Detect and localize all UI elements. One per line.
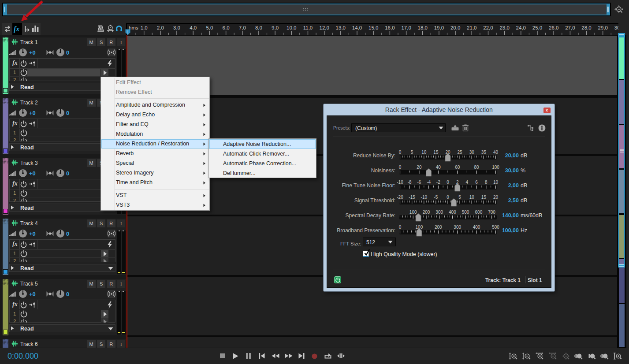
- svg-text:8: 8: [485, 180, 488, 185]
- svg-text:100: 100: [409, 210, 417, 215]
- svg-text:8,0: 8,0: [255, 25, 262, 30]
- svg-text:24,0: 24,0: [516, 25, 525, 30]
- svg-text:6: 6: [475, 180, 478, 185]
- svg-text:15: 15: [481, 195, 487, 200]
- svg-text:600: 600: [475, 210, 483, 215]
- svg-text:10: 10: [469, 195, 475, 200]
- svg-text:35: 35: [481, 150, 487, 155]
- svg-text:3,0: 3,0: [173, 25, 180, 30]
- svg-text:15: 15: [433, 150, 439, 155]
- svg-text:300: 300: [454, 225, 461, 230]
- svg-text:-2: -2: [436, 180, 440, 185]
- svg-text:-6: -6: [417, 180, 421, 185]
- svg-text:4: 4: [466, 180, 469, 185]
- svg-text:21,0: 21,0: [467, 25, 476, 30]
- svg-text:60: 60: [455, 165, 460, 170]
- svg-text:0: 0: [399, 150, 402, 155]
- svg-text:9,0: 9,0: [272, 25, 279, 30]
- svg-text:5,0: 5,0: [206, 25, 213, 30]
- svg-text:0: 0: [447, 195, 449, 200]
- svg-text:25,0: 25,0: [532, 25, 542, 30]
- svg-text:500: 500: [462, 210, 469, 215]
- svg-text:25: 25: [458, 150, 463, 155]
- svg-text:-8: -8: [408, 180, 412, 185]
- svg-text:200: 200: [423, 210, 430, 215]
- svg-text:11,0: 11,0: [303, 25, 313, 30]
- svg-text:10: 10: [421, 150, 427, 155]
- svg-text:29,0: 29,0: [598, 25, 607, 30]
- svg-text:0: 0: [399, 165, 402, 170]
- svg-text:10,0: 10,0: [287, 25, 296, 30]
- svg-text:20,0: 20,0: [450, 25, 460, 30]
- svg-text:-20: -20: [397, 195, 403, 200]
- svg-text:15,0: 15,0: [368, 25, 378, 30]
- svg-text:28,0: 28,0: [581, 25, 591, 30]
- svg-text:14,0: 14,0: [352, 25, 361, 30]
- svg-text:7,0: 7,0: [238, 25, 246, 30]
- svg-text:16,0: 16,0: [385, 25, 395, 30]
- svg-text:23,0: 23,0: [499, 25, 509, 30]
- svg-text:13,0: 13,0: [335, 25, 345, 30]
- svg-text:12,0: 12,0: [319, 25, 329, 30]
- svg-text:5: 5: [411, 150, 413, 155]
- svg-text:-10: -10: [421, 195, 428, 200]
- svg-text:1,0: 1,0: [140, 25, 147, 30]
- svg-text:26,0: 26,0: [549, 25, 558, 30]
- svg-text:30: 30: [469, 150, 475, 155]
- svg-text:400: 400: [473, 225, 480, 230]
- svg-text:4,0: 4,0: [190, 25, 197, 30]
- svg-text:40: 40: [436, 165, 441, 170]
- svg-text:22,0: 22,0: [483, 25, 493, 30]
- svg-text:80: 80: [474, 165, 480, 170]
- svg-text:6,0: 6,0: [222, 25, 229, 30]
- svg-text:17,0: 17,0: [401, 25, 411, 30]
- svg-text:2,0: 2,0: [156, 25, 164, 30]
- svg-text:-10: -10: [397, 180, 403, 185]
- svg-text:0: 0: [399, 225, 402, 230]
- svg-text:5: 5: [458, 195, 461, 200]
- svg-text:18,0: 18,0: [417, 25, 427, 30]
- svg-text:-4: -4: [427, 180, 431, 185]
- svg-text:30,0: 30,0: [614, 25, 618, 30]
- svg-text:-15: -15: [409, 195, 415, 200]
- svg-text:400: 400: [449, 210, 456, 215]
- svg-text:19,0: 19,0: [434, 25, 443, 30]
- svg-text:27,0: 27,0: [565, 25, 575, 30]
- svg-text:200: 200: [435, 225, 442, 230]
- svg-text:-5: -5: [434, 195, 438, 200]
- svg-text:0: 0: [447, 180, 449, 185]
- svg-text:20: 20: [417, 165, 422, 170]
- svg-text:300: 300: [435, 210, 443, 215]
